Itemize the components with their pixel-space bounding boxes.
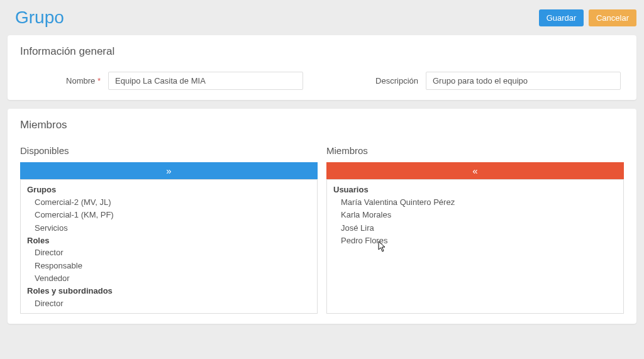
selected-list[interactable]: Usuarios María Valentina Quintero Pérez … [326,179,624,314]
list-item[interactable]: José Lira [327,221,623,235]
list-item[interactable]: Responsable [21,259,317,272]
selected-title: Miembros [326,145,624,156]
list-item[interactable]: María Valentina Quintero Pérez [327,196,623,209]
list-item[interactable]: Vendedor [21,272,317,285]
general-info-panel: Información general Nombre * Descripción [8,35,636,100]
description-input[interactable] [426,72,621,90]
cancel-button[interactable]: Cancelar [589,9,636,26]
selected-users-header: Usuarios [327,184,623,196]
list-item[interactable]: Comercial-2 (MV, JL) [21,196,317,209]
available-title: Disponibles [20,145,318,156]
remove-all-button[interactable]: « [326,162,624,179]
save-button[interactable]: Guardar [539,9,584,26]
list-item[interactable]: Pedro Flores [327,235,623,248]
description-label: Descripción [338,76,426,86]
available-groups-header: Grupos [21,184,317,196]
page-title: Grupo [8,8,64,28]
available-list[interactable]: Grupos Comercial-2 (MV, JL) Comercial-1 … [20,179,318,314]
available-roles-sub-header: Roles y subordinados [21,285,317,297]
add-all-button[interactable]: » [20,162,318,179]
name-input[interactable] [108,72,303,90]
members-section-title: Miembros [20,119,624,131]
available-roles-header: Roles [21,235,317,246]
name-label: Nombre * [20,76,108,86]
list-item[interactable]: Director [21,246,317,260]
list-item[interactable]: Servicios [21,221,317,235]
list-item[interactable]: Comercial-1 (KM, PF) [21,209,317,222]
general-section-title: Información general [20,45,624,58]
list-item[interactable]: Director [21,297,317,310]
list-item[interactable]: Karla Morales [327,209,623,222]
list-item[interactable]: Responsable [21,310,317,314]
members-panel: Miembros Disponibles » Grupos Comercial-… [8,109,636,324]
